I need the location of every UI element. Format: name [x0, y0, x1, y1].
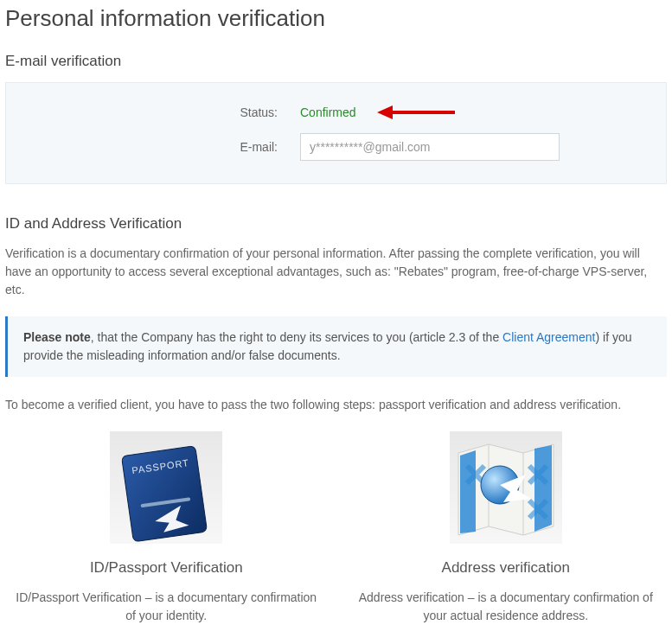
id-passport-column: PASSPORT ID/Passport Verification ID/Pas… — [5, 431, 328, 644]
steps-intro-text: To become a verified client, you have to… — [5, 396, 667, 414]
email-field[interactable] — [300, 133, 560, 161]
note-box: Please note, that the Company has the ri… — [5, 316, 667, 377]
arrow-annotation-icon — [377, 104, 455, 121]
map-icon — [450, 431, 562, 544]
svg-marker-12 — [534, 445, 552, 532]
id-passport-title: ID/Passport Verification — [5, 559, 328, 577]
note-text-1: , that the Company has the right to deny… — [91, 330, 502, 344]
address-desc: Address verification – is a documentary … — [345, 589, 668, 625]
email-verification-panel: Status: Confirmed E-mail: — [5, 82, 667, 184]
address-title: Address verification — [345, 559, 668, 577]
email-label: E-mail: — [23, 140, 300, 154]
note-prefix: Please note — [23, 330, 91, 344]
verification-intro-text: Verification is a documentary confirmati… — [5, 245, 667, 299]
page-title: Personal information verification — [5, 5, 667, 32]
address-column: Address verification Address verificatio… — [345, 431, 668, 644]
email-verification-heading: E-mail verification — [5, 53, 667, 70]
client-agreement-link[interactable]: Client Agreement — [502, 330, 595, 344]
status-value: Confirmed — [300, 105, 356, 119]
status-label: Status: — [23, 105, 300, 119]
passport-icon: PASSPORT — [110, 431, 222, 544]
svg-marker-1 — [377, 105, 393, 119]
id-passport-desc: ID/Passport Verification – is a document… — [5, 589, 328, 625]
id-address-heading: ID and Address Verification — [5, 215, 667, 233]
svg-marker-11 — [460, 450, 476, 533]
verification-columns: PASSPORT ID/Passport Verification ID/Pas… — [5, 431, 667, 644]
